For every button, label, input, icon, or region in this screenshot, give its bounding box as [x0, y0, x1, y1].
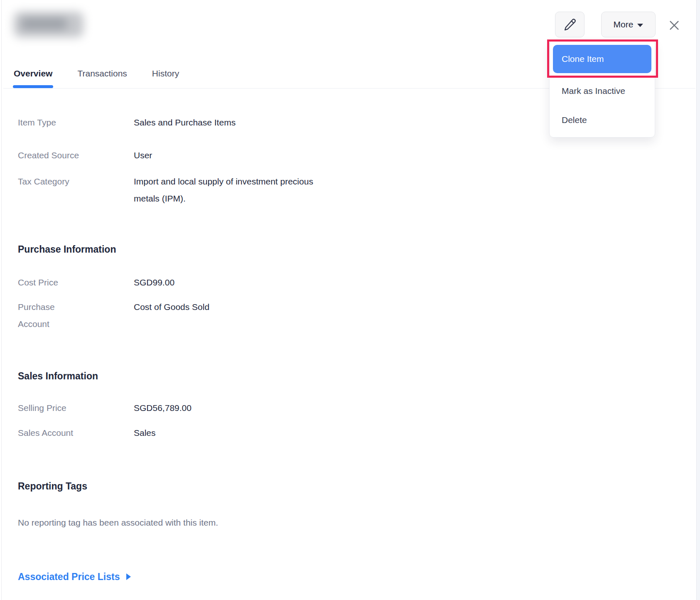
panel-left-border [1, 0, 2, 600]
field-sales-account: Sales Account Sales [18, 424, 156, 441]
menu-item-delete-label: Delete [562, 115, 587, 125]
menu-item-delete[interactable]: Delete [550, 106, 655, 135]
field-cost-price: Cost Price SGD99.00 [18, 274, 174, 291]
field-value: Import and local supply of investment pr… [134, 173, 318, 207]
tab-overview[interactable]: Overview [14, 65, 52, 82]
page-right-edge [696, 0, 700, 600]
more-button[interactable]: More [601, 12, 656, 37]
field-label: Tax Category [18, 173, 84, 207]
active-tab-underline [13, 85, 53, 88]
field-value: Cost of Goods Sold [134, 298, 209, 332]
tab-transactions-label: Transactions [77, 69, 127, 78]
menu-item-clone-item[interactable]: Clone Item [553, 45, 651, 73]
item-details-panel: More Overview Transactions History Item … [0, 0, 700, 600]
field-label: Purchase Account [18, 298, 84, 332]
tab-history[interactable]: History [152, 65, 179, 82]
reporting-tags-empty-message: No reporting tag has been associated wit… [18, 514, 218, 531]
field-value: SGD99.00 [134, 274, 174, 291]
associated-price-lists-link[interactable]: Associated Price Lists [18, 568, 131, 585]
section-title-purchase-information: Purchase Information [18, 241, 116, 258]
field-tax-category: Tax Category Import and local supply of … [18, 173, 318, 207]
field-label: Selling Price [18, 399, 84, 416]
field-item-type: Item Type Sales and Purchase Items [18, 114, 236, 131]
field-label: Sales Account [18, 424, 84, 441]
close-icon [668, 19, 681, 32]
caret-down-icon [637, 24, 643, 27]
edit-button[interactable] [555, 12, 585, 37]
field-label: Created Source [18, 147, 84, 164]
item-title-redacted [14, 12, 84, 37]
field-value: Sales and Purchase Items [134, 114, 236, 131]
section-title-sales-information: Sales Information [18, 367, 98, 385]
field-selling-price: Selling Price SGD56,789.00 [18, 399, 192, 416]
pencil-icon [563, 18, 577, 31]
menu-item-mark-as-inactive-label: Mark as Inactive [562, 86, 625, 96]
more-dropdown-menu: Clone Item Mark as Inactive Delete [549, 40, 655, 138]
tab-bar: Overview Transactions History [14, 65, 179, 82]
tab-overview-label: Overview [14, 69, 52, 78]
associated-price-lists-label: Associated Price Lists [18, 568, 120, 585]
field-created-source: Created Source User [18, 147, 152, 164]
field-value: User [134, 147, 152, 164]
section-title-reporting-tags: Reporting Tags [18, 477, 87, 495]
field-purchase-account: Purchase Account Cost of Goods Sold [18, 298, 209, 332]
menu-item-mark-as-inactive[interactable]: Mark as Inactive [550, 76, 655, 106]
tab-history-label: History [152, 69, 179, 78]
menu-item-clone-item-label: Clone Item [562, 54, 604, 64]
tab-transactions[interactable]: Transactions [77, 65, 127, 82]
field-label: Item Type [18, 114, 84, 131]
close-button[interactable] [666, 17, 682, 33]
caret-right-icon [126, 573, 131, 580]
field-value: SGD56,789.00 [134, 399, 192, 416]
more-button-label: More [614, 20, 634, 30]
field-label: Cost Price [18, 274, 84, 291]
field-value: Sales [134, 424, 156, 441]
